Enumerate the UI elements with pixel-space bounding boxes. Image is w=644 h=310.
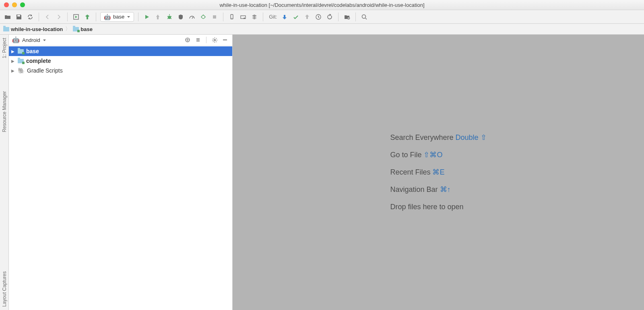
open-icon[interactable]: [3, 12, 12, 21]
hint-recent-label: Recent Files: [390, 168, 430, 176]
project-view-label: Android: [22, 37, 40, 43]
folder-icon: [3, 27, 9, 31]
tree-row[interactable]: ▶complete: [9, 56, 232, 66]
run-config-label: base: [113, 14, 124, 20]
project-tree[interactable]: ▶base▶complete▶🐘Gradle Scripts: [9, 46, 232, 75]
forward-icon[interactable]: [54, 12, 63, 21]
tree-row-label: complete: [26, 58, 51, 64]
left-gutter: 1: Project Resource Manager Layout Captu…: [0, 35, 9, 310]
apply-changes-icon[interactable]: [154, 12, 163, 21]
window-controls: [4, 2, 25, 7]
select-opened-file-icon[interactable]: [184, 36, 192, 44]
sdk-manager-icon[interactable]: [239, 12, 248, 21]
hint-gotofile-kbd: ⇧⌘O: [423, 151, 442, 159]
stop-icon[interactable]: [210, 12, 219, 21]
avd-manager-icon[interactable]: [227, 12, 236, 21]
editor-empty-state[interactable]: Search Everywhere Double ⇧ Go to File ⇧⌘…: [233, 35, 644, 310]
save-icon[interactable]: [14, 12, 23, 21]
hint-recent-kbd: ⌘E: [432, 168, 444, 176]
back-icon[interactable]: [43, 12, 52, 21]
expand-icon[interactable]: ▶: [11, 49, 15, 54]
vcs-push-icon[interactable]: [303, 12, 312, 21]
vcs-revert-icon[interactable]: [325, 12, 334, 21]
hint-navbar-label: Navigation Bar: [390, 185, 438, 193]
project-structure-icon[interactable]: [343, 12, 351, 21]
main-toolbar: 🤖 base Git:: [0, 10, 644, 24]
tree-row-label: Gradle Scripts: [27, 67, 63, 74]
svg-point-9: [362, 15, 366, 18]
zoom-window-button[interactable]: [20, 2, 25, 7]
hint-search-label: Search Everywhere: [390, 133, 453, 141]
attach-debugger-icon[interactable]: [199, 12, 208, 21]
svg-rect-3: [213, 15, 216, 19]
collapse-all-icon[interactable]: [194, 36, 202, 44]
debug-icon[interactable]: [165, 12, 174, 21]
vcs-update-icon[interactable]: [280, 12, 289, 21]
hint-gotofile-label: Go to File: [390, 151, 421, 159]
breadcrumb-root-label: while-in-use-location: [11, 26, 63, 32]
vcs-history-icon[interactable]: [314, 12, 323, 21]
minimize-window-button[interactable]: [12, 2, 17, 7]
svg-point-8: [347, 17, 350, 19]
hammer-icon[interactable]: [83, 12, 92, 21]
hide-panel-icon[interactable]: [221, 36, 229, 44]
gradle-icon: 🐘: [18, 67, 25, 74]
expand-icon[interactable]: ▶: [11, 69, 15, 73]
close-window-button[interactable]: [4, 2, 9, 7]
chevron-right-icon: 〉: [65, 25, 70, 33]
android-icon: 🤖: [12, 36, 20, 44]
project-tool-window: 🤖 Android ▶base▶complete▶🐘Gradle Scripts: [9, 35, 233, 310]
svg-point-2: [202, 15, 205, 19]
svg-point-11: [214, 39, 215, 41]
profiler-icon[interactable]: [188, 12, 196, 21]
svg-point-5: [231, 18, 232, 19]
tree-row[interactable]: ▶base: [9, 46, 232, 56]
hint-navbar-kbd: ⌘↑: [440, 185, 451, 193]
breadcrumb-root[interactable]: while-in-use-location: [3, 26, 63, 32]
layout-inspector-icon[interactable]: [250, 12, 259, 21]
run-config-selector[interactable]: 🤖 base: [100, 12, 134, 22]
breadcrumb-module[interactable]: base: [73, 26, 93, 32]
make-icon[interactable]: [72, 12, 80, 21]
git-label: Git:: [269, 14, 277, 20]
titlebar: while-in-use-location [~/Documents/inter…: [0, 0, 644, 10]
hint-drop-label: Drop files here to open: [390, 203, 463, 211]
search-icon[interactable]: [360, 12, 369, 21]
tree-row[interactable]: ▶🐘Gradle Scripts: [9, 66, 232, 75]
android-icon: 🤖: [104, 14, 111, 20]
breadcrumb-bar: while-in-use-location 〉 base: [0, 24, 644, 35]
module-folder-icon: [73, 27, 79, 31]
breadcrumb-module-label: base: [80, 26, 93, 32]
project-view-selector[interactable]: 🤖 Android: [12, 36, 181, 44]
editor-hints: Search Everywhere Double ⇧ Go to File ⇧⌘…: [390, 129, 486, 216]
run-icon[interactable]: [142, 12, 151, 21]
sync-icon[interactable]: [26, 12, 35, 21]
hint-search-kbd: Double ⇧: [456, 133, 487, 141]
svg-point-1: [168, 16, 171, 19]
chevron-down-icon: [43, 38, 46, 42]
module-folder-icon: [18, 59, 24, 63]
vcs-commit-icon[interactable]: [291, 12, 300, 21]
project-panel-header: 🤖 Android: [9, 35, 232, 46]
tree-row-label: base: [26, 48, 39, 54]
chevron-down-icon: [127, 15, 130, 19]
module-folder-icon: [18, 49, 24, 54]
gutter-project-tab[interactable]: 1: Project: [2, 38, 7, 58]
gear-icon[interactable]: [211, 36, 219, 44]
expand-icon[interactable]: ▶: [11, 59, 15, 63]
gutter-resource-manager-tab[interactable]: Resource Manager: [2, 91, 7, 132]
gutter-layout-captures-tab[interactable]: Layout Captures: [2, 271, 7, 307]
window-title: while-in-use-location [~/Documents/inter…: [0, 2, 644, 8]
coverage-icon[interactable]: [176, 12, 185, 21]
